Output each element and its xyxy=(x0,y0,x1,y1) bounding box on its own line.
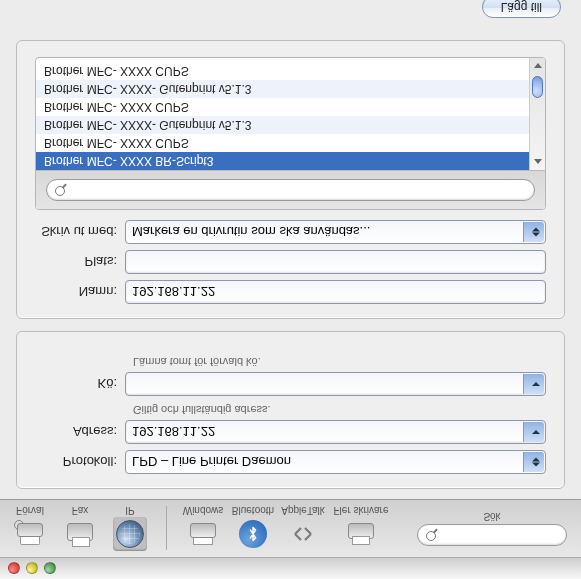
driver-list-row[interactable]: Brother MFC- XXXX CUPS xyxy=(36,62,545,80)
toolbar-label: Fler skrivare xyxy=(333,506,388,517)
updown-arrows-icon xyxy=(532,228,540,237)
footer: Lägg till xyxy=(0,0,581,26)
connection-pane: Protokoll: LPD – Line Printer Daemon Adr… xyxy=(16,331,565,489)
driver-list-row[interactable]: Brother MFC- XXXX- Gutenprint v5.1.3 xyxy=(36,116,545,134)
scroll-up-button[interactable] xyxy=(530,154,545,170)
toolbar-divider xyxy=(166,507,167,551)
protokoll-label: Protokoll: xyxy=(35,455,125,470)
printer-default-icon xyxy=(17,524,43,546)
toolbar-label: AppleTalk xyxy=(281,506,324,517)
protokoll-select[interactable]: LPD – Line Printer Daemon xyxy=(125,450,546,474)
namn-label: Namn: xyxy=(35,285,125,300)
dropdown-arrow-icon[interactable] xyxy=(532,430,540,434)
gear-badge-icon xyxy=(14,521,24,531)
search-icon xyxy=(55,184,67,196)
scroll-down-button[interactable] xyxy=(530,58,545,74)
toolbar-group-mid: Windows Bluetooth AppleTalk Fler skrivar… xyxy=(181,506,391,552)
printer-more-icon xyxy=(348,524,374,546)
content: Protokoll: LPD – Line Printer Daemon Adr… xyxy=(0,26,581,499)
toolbar-search-field[interactable] xyxy=(417,524,567,546)
toolbar-label: Windows xyxy=(183,506,224,517)
driver-list[interactable]: Brother MFC- XXXX BR-Script3Brother MFC-… xyxy=(36,58,545,170)
add-button[interactable]: Lägg till xyxy=(482,0,561,18)
toolbar-label: Förval xyxy=(16,506,44,517)
driver-picker: Brother MFC- XXXX BR-Script3Brother MFC-… xyxy=(35,57,546,210)
driver-list-row[interactable]: Brother MFC- XXXX CUPS xyxy=(36,98,545,116)
driver-scrollbar[interactable] xyxy=(529,58,545,170)
driver-list-row[interactable]: Brother MFC- XXXX CUPS xyxy=(36,134,545,152)
toolbar-item-ip[interactable]: IP xyxy=(108,506,152,552)
fax-icon xyxy=(67,524,93,546)
toolbar-label: IP xyxy=(125,506,134,517)
plats-label: Plats: xyxy=(35,255,125,270)
updown-arrows-icon xyxy=(532,458,540,467)
toolbar-item-forval[interactable]: Förval xyxy=(8,506,52,552)
toolbar-label: Bluetooth xyxy=(232,506,274,517)
toolbar-search-input[interactable] xyxy=(441,528,558,542)
toolbar-item-more-printers[interactable]: Fler skrivare xyxy=(331,506,391,552)
toolbar-label: Fax xyxy=(72,506,89,517)
toolbar-group-left: Förval Fax IP xyxy=(8,506,152,552)
adress-label: Adress: xyxy=(35,425,125,440)
adress-input[interactable] xyxy=(125,420,546,444)
toolbar-search-label: Sök xyxy=(483,511,500,522)
add-printer-window: Förval Fax IP Windows Bluetooth xyxy=(0,0,581,579)
adress-hint: Giltig och fullständig adress. xyxy=(133,404,546,416)
minimize-window-button[interactable] xyxy=(26,563,38,575)
dropdown-arrow-icon[interactable] xyxy=(532,382,540,386)
ko-input[interactable] xyxy=(125,372,546,396)
toolbar-item-appletalk[interactable]: AppleTalk xyxy=(281,506,325,552)
namn-input[interactable] xyxy=(125,280,546,304)
plats-input[interactable] xyxy=(125,250,546,274)
skrivut-label: Skriv ut med: xyxy=(35,225,125,240)
toolbar-item-bluetooth[interactable]: Bluetooth xyxy=(231,506,275,552)
appletalk-icon xyxy=(290,522,316,548)
windows-printer-icon xyxy=(190,524,216,546)
toolbar: Förval Fax IP Windows Bluetooth xyxy=(0,499,581,557)
details-pane: Namn: Plats: Skriv ut med: Markera en dr… xyxy=(16,40,565,319)
search-icon xyxy=(426,529,437,541)
driver-search-input[interactable] xyxy=(71,183,526,197)
skrivut-select[interactable]: Markera en drivrutin som ska användas... xyxy=(125,220,546,244)
toolbar-search: Sök xyxy=(417,511,573,546)
globe-icon xyxy=(116,521,144,549)
toolbar-item-windows[interactable]: Windows xyxy=(181,506,225,552)
driver-search-field[interactable] xyxy=(46,179,535,201)
ko-label: Kö: xyxy=(35,377,125,392)
scroll-thumb[interactable] xyxy=(532,76,543,98)
titlebar xyxy=(0,557,581,579)
toolbar-item-fax[interactable]: Fax xyxy=(58,506,102,552)
bluetooth-icon xyxy=(239,521,267,549)
zoom-window-button[interactable] xyxy=(44,563,56,575)
driver-list-row[interactable]: Brother MFC- XXXX- Gutenprint v5.1.3 xyxy=(36,80,545,98)
ko-hint: Lämna tomt för förvald kö. xyxy=(133,356,546,368)
close-window-button[interactable] xyxy=(8,563,20,575)
driver-list-row[interactable]: Brother MFC- XXXX BR-Script3 xyxy=(36,152,545,170)
scroll-track[interactable] xyxy=(530,74,545,154)
